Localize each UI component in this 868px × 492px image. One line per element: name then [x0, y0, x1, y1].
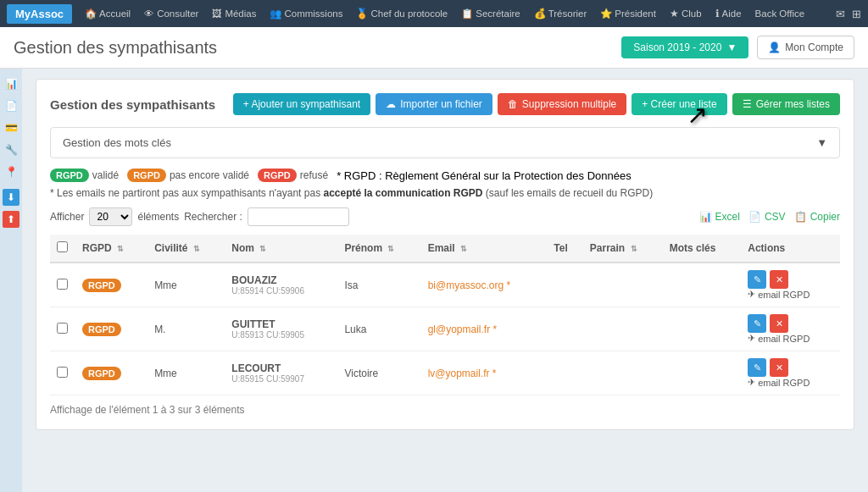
col-civilite: Civilité ⇅ — [147, 235, 225, 263]
row-user-ids-2: U:85915 CU:59907 — [231, 374, 331, 384]
badge-validated: RGPD — [50, 169, 89, 182]
nav-president[interactable]: ⭐ Président — [594, 4, 662, 23]
row-nom-bold-2: LECOURT — [231, 362, 331, 374]
row-parrain-2 — [583, 351, 663, 395]
send-icon-0: ✈ — [748, 289, 755, 300]
sidebar-icon-location[interactable]: 📍 — [3, 163, 19, 180]
row-email-link-0: bi@myassoc.org * — [428, 279, 511, 291]
col-mots-cles: Mots clés — [663, 235, 742, 263]
main-layout: 📊 📄 💳 🔧 📍 ⬇ ⬆ Gestion des sympathisants … — [0, 69, 868, 492]
show-select[interactable]: 20 50 100 — [89, 207, 132, 226]
keywords-label: Gestion des mots clés — [63, 136, 171, 149]
row-rgpd-0: RGPD — [75, 263, 147, 307]
row-email-action-1[interactable]: ✈ email RGPD — [748, 333, 833, 344]
nav-chef-protocole[interactable]: 🏅 Chef du protocole — [350, 4, 453, 23]
main-content: Gestion des sympathisants + Ajouter un s… — [22, 69, 868, 492]
sidebar-icon-doc[interactable]: 📄 — [3, 97, 19, 114]
row-checkbox-0[interactable] — [57, 279, 68, 290]
row-prenom-0: Isa — [337, 263, 420, 307]
excel-button[interactable]: 📊 Excel — [699, 211, 740, 223]
card-title: Gestion des sympathisants — [50, 97, 215, 112]
row-email-action-0[interactable]: ✈ email RGPD — [748, 289, 833, 300]
row-action-buttons-2: ✎ ✕ — [748, 358, 833, 377]
delete-button-1[interactable]: ✕ — [770, 314, 788, 333]
delete-button-2[interactable]: ✕ — [770, 358, 788, 377]
row-email-action-2[interactable]: ✈ email RGPD — [748, 377, 833, 388]
label-refused: refusé — [300, 169, 328, 181]
page-title: Gestion des sympathisants — [14, 38, 217, 58]
sidebar-icon-tools[interactable]: 🔧 — [3, 141, 19, 158]
season-selector[interactable]: Saison 2019 - 2020 ▼ — [621, 36, 748, 58]
left-sidebar: 📊 📄 💳 🔧 📍 ⬇ ⬆ — [0, 69, 22, 492]
csv-button[interactable]: 📄 CSV — [748, 211, 786, 223]
action-buttons: + Ajouter un sympathisant ☁ Importer un … — [233, 93, 840, 115]
nav-commissions[interactable]: 👥 Commissions — [264, 4, 348, 23]
sidebar-icon-download[interactable]: ⬇ — [3, 189, 19, 206]
select-all-checkbox[interactable] — [57, 241, 68, 252]
sidebar-icon-upload[interactable]: ⬆ — [3, 211, 19, 228]
nav-back-office[interactable]: Back Office — [749, 5, 811, 22]
controls-row: Afficher 20 50 100 éléments Rechercher :… — [50, 207, 840, 226]
row-checkbox-cell — [50, 351, 75, 395]
top-navigation: MyAssoc 🏠 Accueil 👁 Consulter 🖼 Médias 👥… — [0, 0, 868, 27]
col-email: Email ⇅ — [421, 235, 548, 263]
col-prenom: Prénom ⇅ — [337, 235, 420, 263]
nav-tresorier[interactable]: 💰 Trésorier — [528, 4, 593, 23]
copy-button[interactable]: 📋 Copier — [794, 211, 840, 223]
envelope-icon[interactable]: ✉ — [836, 8, 845, 20]
excel-label: Excel — [715, 211, 740, 223]
delete-multiple-button[interactable]: 🗑 Suppression multiple — [498, 93, 626, 115]
email-action-label-1: email RGPD — [758, 334, 810, 344]
manage-lists-button[interactable]: ☰ Gérer mes listes — [732, 93, 840, 115]
email-action-label-2: email RGPD — [758, 378, 810, 388]
brand-logo[interactable]: MyAssoc — [7, 4, 72, 24]
nav-consulter[interactable]: 👁 Consulter — [138, 5, 204, 22]
keywords-section[interactable]: Gestion des mots clés ▼ — [50, 127, 840, 158]
controls-left: Afficher 20 50 100 éléments Rechercher : — [50, 207, 349, 226]
col-parrain: Parrain ⇅ — [583, 235, 663, 263]
nav-secretaire[interactable]: 📋 Secrétaire — [455, 4, 526, 23]
create-list-button[interactable]: + Créer une liste — [632, 93, 726, 115]
table-row: RGPD Mme LECOURT U:85915 CU:59907 Victoi… — [50, 351, 840, 395]
edit-button-2[interactable]: ✎ — [748, 358, 766, 377]
page-header: Gestion des sympathisants Saison 2019 - … — [0, 27, 868, 69]
edit-button-1[interactable]: ✎ — [748, 314, 766, 333]
csv-icon: 📄 — [748, 211, 761, 223]
col-rgpd: RGPD ⇅ — [75, 235, 147, 263]
grid-icon[interactable]: ⊞ — [852, 8, 861, 20]
rgpd-warning: * Les emails ne partiront pas aux sympat… — [50, 187, 840, 199]
delete-button-0[interactable]: ✕ — [770, 270, 788, 289]
email-action-label-0: email RGPD — [758, 290, 810, 300]
table-row: RGPD Mme BOUAZIZ U:85914 CU:59906 Isa bi… — [50, 263, 840, 307]
import-label: Importer un fichier — [400, 98, 482, 110]
row-checkbox-2[interactable] — [57, 367, 68, 378]
row-user-ids-1: U:85913 CU:59905 — [231, 330, 331, 340]
search-label: Rechercher : — [184, 211, 242, 223]
col-checkbox — [50, 235, 75, 263]
add-sympathisant-button[interactable]: + Ajouter un sympathisant — [233, 93, 370, 115]
search-input[interactable] — [248, 207, 349, 226]
nav-medias[interactable]: 🖼 Médias — [206, 5, 262, 22]
row-checkbox-1[interactable] — [57, 323, 68, 334]
nav-accueil[interactable]: 🏠 Accueil — [79, 4, 136, 23]
row-civilite-1: M. — [147, 307, 225, 351]
mon-compte-button[interactable]: 👤 Mon Compte — [757, 36, 854, 59]
season-label: Saison 2019 - 2020 — [633, 41, 721, 53]
edit-button-0[interactable]: ✎ — [748, 270, 766, 289]
table-body: RGPD Mme BOUAZIZ U:85914 CU:59906 Isa bi… — [50, 263, 840, 395]
row-nom-bold-1: GUITTET — [231, 318, 331, 330]
sympathisants-table: RGPD ⇅ Civilité ⇅ Nom ⇅ Prénom ⇅ Email ⇅… — [50, 235, 840, 395]
sidebar-icon-chart[interactable]: 📊 — [3, 75, 19, 92]
row-tel-1 — [547, 307, 582, 351]
sidebar-icon-card[interactable]: 💳 — [3, 119, 19, 136]
nav-aide[interactable]: ℹ Aide — [709, 4, 748, 23]
nav-club[interactable]: ★ Club — [664, 4, 708, 23]
row-mots-cles-2 — [663, 351, 742, 395]
show-label: Afficher — [50, 211, 84, 223]
legend-refused: RGPD refusé — [258, 169, 328, 182]
import-file-button[interactable]: ☁ Importer un fichier — [376, 93, 492, 115]
row-nom-1: GUITTET U:85913 CU:59905 — [225, 307, 337, 351]
row-checkbox-cell — [50, 307, 75, 351]
rgpd-note-text: * RGPD : Règlement Général sur la Protec… — [337, 169, 632, 182]
badge-refused: RGPD — [258, 169, 297, 182]
